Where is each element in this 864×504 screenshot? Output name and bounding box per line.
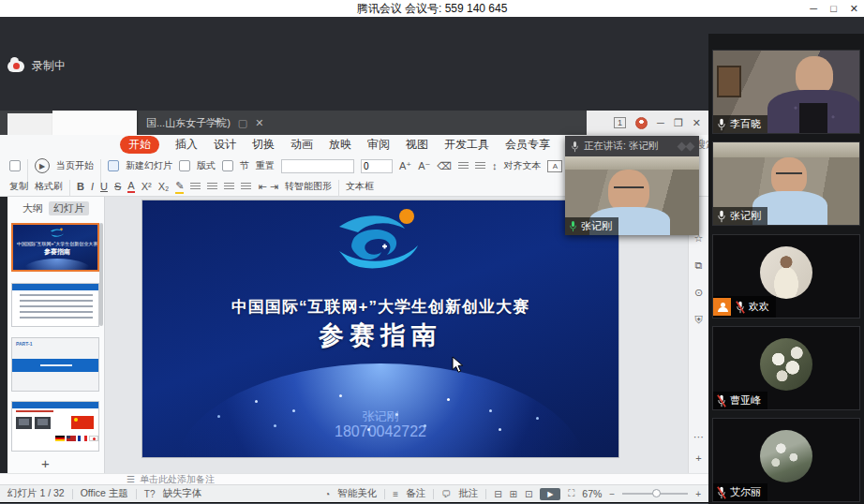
number-list-icon[interactable] — [475, 162, 485, 170]
comments-label[interactable]: 批注 — [458, 487, 478, 500]
tab-pin-icon[interactable]: ▢ — [238, 117, 247, 129]
ribbon-tab-design[interactable]: 设计 — [214, 137, 236, 153]
close-icon[interactable]: ✕ — [850, 3, 858, 15]
clear-format-icon[interactable]: ⌫ — [437, 160, 452, 172]
minimize-icon[interactable]: ─ — [810, 3, 817, 14]
ribbon-tab-view[interactable]: 视图 — [406, 137, 428, 153]
missing-font-label[interactable]: 缺失字体 — [163, 487, 202, 500]
bullet-list-icon[interactable] — [458, 162, 469, 170]
align-left-icon[interactable] — [190, 183, 201, 191]
panel-scrollbar[interactable] — [99, 223, 103, 326]
font-size-input[interactable] — [361, 159, 393, 173]
view-reading-icon[interactable]: ⊡ — [525, 489, 532, 499]
view-normal-icon[interactable]: ⊟ — [494, 489, 501, 499]
ribbon-tab-animation[interactable]: 动画 — [290, 137, 313, 153]
align-text-label[interactable]: 对齐文本 — [503, 159, 541, 172]
start-current-label[interactable]: 当页开始 — [56, 159, 94, 172]
slide-canvas[interactable]: 中国国际“互联网+”大学生创新创业大赛 参赛指南 张记刚 18070042722 — [142, 200, 618, 457]
underline-button[interactable]: U — [100, 181, 108, 192]
increase-font-icon[interactable]: A⁺ — [399, 160, 411, 172]
text-box-icon[interactable]: A — [547, 160, 562, 172]
wps-restore-icon[interactable]: ❐ — [674, 117, 683, 129]
view-sorter-icon[interactable]: ⊞ — [510, 489, 517, 499]
help-icon[interactable]: ⊙ — [694, 287, 703, 299]
font-color-icon[interactable]: A — [127, 180, 134, 193]
photo-placeholder — [16, 417, 32, 429]
notes-toggle-label[interactable]: 备注 — [406, 487, 425, 500]
new-tab-button[interactable]: + — [214, 112, 222, 128]
section-icon[interactable] — [222, 160, 233, 171]
slide-thumbnail-2[interactable] — [11, 283, 99, 327]
paste-icon[interactable] — [9, 160, 21, 171]
line-spacing-icon[interactable]: ↕ — [492, 160, 498, 171]
add-slide-button[interactable]: + — [41, 455, 50, 471]
window-count-badge[interactable]: 1 — [614, 117, 626, 128]
panel-tab-slides[interactable]: 幻灯片 — [49, 201, 89, 215]
slideshow-button[interactable]: ▶ — [540, 488, 560, 500]
align-right-icon[interactable] — [224, 183, 234, 191]
text-box-label[interactable]: 文本框 — [346, 180, 374, 193]
ribbon-tab-insert[interactable]: 插入 — [175, 137, 198, 153]
italic-button[interactable]: I — [91, 181, 94, 192]
notes-bar[interactable]: ☰ 单击此处添加备注 — [0, 473, 708, 484]
slide-thumbnail-4[interactable] — [11, 401, 99, 452]
active-speaker-overlay[interactable]: 正在讲话: 张记刚 张记刚 — [565, 136, 699, 235]
document-tab[interactable]: 国...山东女子学院) ▢ ✕ — [141, 111, 269, 135]
protect-icon[interactable]: ⛨ — [694, 314, 702, 326]
competition-logo-icon — [324, 206, 437, 270]
section-label[interactable]: 节 — [240, 159, 249, 172]
zoom-slider[interactable] — [622, 493, 688, 495]
wps-account-avatar[interactable] — [635, 117, 648, 129]
participant-tile[interactable]: 曹亚峰 — [712, 326, 860, 410]
reset-label[interactable]: 重置 — [256, 159, 275, 172]
theme-label[interactable]: Office 主题 — [81, 487, 128, 500]
subscript-icon[interactable]: X₂ — [158, 181, 170, 192]
fit-slide-icon[interactable]: ⛶ — [568, 488, 574, 499]
layout-icon[interactable] — [179, 160, 190, 171]
participant-tile[interactable]: 艾尔丽 — [712, 418, 860, 502]
participant-name: 李百晓 — [730, 117, 761, 131]
notes-icon: ☰ — [127, 474, 135, 484]
indent-icons[interactable]: ⇤ ⇥ — [258, 181, 278, 193]
copy-label[interactable]: 复制 — [9, 180, 28, 193]
zoom-in-icon[interactable]: + — [695, 489, 701, 499]
add-panel-icon[interactable]: + — [695, 452, 701, 464]
panel-copy-icon[interactable]: ⧉ — [695, 259, 703, 272]
tab-close-icon[interactable]: ✕ — [255, 117, 263, 129]
participant-tile[interactable]: 李百晓 — [712, 50, 860, 134]
format-painter-label[interactable]: 格式刷 — [35, 180, 63, 193]
slide-thumbnail-3[interactable]: PART-1 — [11, 337, 99, 392]
new-slide-label[interactable]: 新建幻灯片 — [126, 159, 172, 172]
bold-button[interactable]: B — [77, 181, 84, 192]
ribbon-tab-review[interactable]: 审阅 — [367, 137, 390, 153]
font-name-input[interactable] — [281, 159, 354, 173]
decrease-font-icon[interactable]: A⁻ — [418, 160, 430, 172]
more-tools-icon[interactable]: ⋯ — [693, 431, 704, 443]
zoom-level[interactable]: 67% — [582, 488, 602, 499]
wps-close-icon[interactable]: ✕ — [693, 117, 701, 129]
layout-label[interactable]: 版式 — [197, 159, 216, 172]
justify-icon[interactable] — [241, 183, 251, 191]
ribbon-tab-home[interactable]: 开始 — [120, 136, 159, 154]
strike-button[interactable]: S — [114, 181, 121, 192]
participant-tile[interactable]: 张记刚 — [712, 141, 860, 226]
wps-minimize-icon[interactable]: ─ — [657, 117, 664, 128]
panel-tab-outline[interactable]: 大纲 — [22, 201, 43, 215]
superscript-icon[interactable]: X² — [142, 181, 152, 192]
smart-graphic-label[interactable]: 转智能图形 — [285, 180, 332, 193]
beautify-icon: ◔ — [324, 489, 330, 499]
ribbon-tab-slideshow[interactable]: 放映 — [329, 137, 351, 153]
ribbon-tab-transition[interactable]: 切换 — [252, 137, 275, 153]
beautify-label[interactable]: 智能美化 — [337, 487, 377, 500]
participant-tile[interactable]: 欢欢 — [712, 234, 860, 319]
zoom-out-icon[interactable]: − — [609, 489, 615, 499]
highlight-icon[interactable]: ✎ — [175, 180, 184, 194]
new-slide-icon[interactable] — [108, 160, 119, 171]
participant-name: 欢欢 — [749, 300, 769, 314]
ribbon-tab-member[interactable]: 会员专享 — [505, 137, 550, 153]
align-center-icon[interactable] — [207, 183, 217, 191]
slide-thumbnail-1[interactable]: 中国国际“互联网+”大学生创新创业大赛 参赛指南 — [11, 223, 99, 272]
maximize-icon[interactable]: □ — [830, 3, 837, 14]
ribbon-tab-devtools[interactable]: 开发工具 — [444, 137, 489, 153]
play-from-page-icon[interactable]: ▶ — [35, 158, 50, 173]
